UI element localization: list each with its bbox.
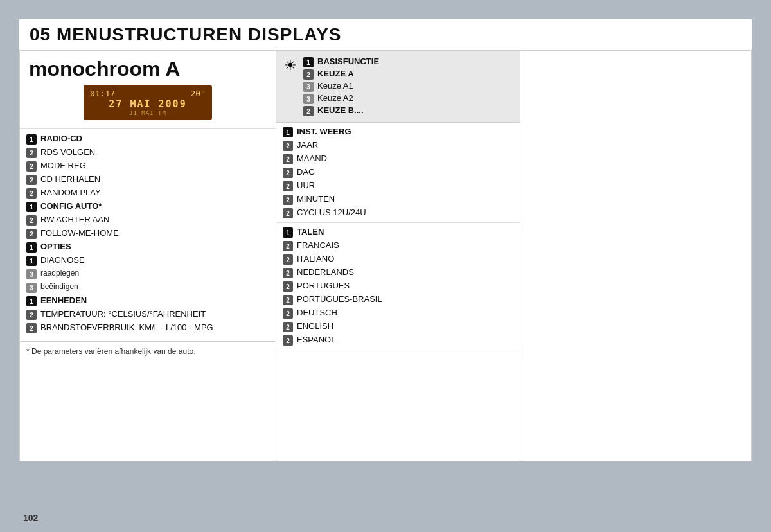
badge: 2 (283, 181, 293, 191)
page-title: 05 MENUSTRUCTUREN DISPLAYS (30, 24, 741, 45)
badge: 3 (26, 283, 37, 293)
footnote: * De parameters variëren afhankelijk van… (20, 341, 276, 361)
list-item: 2NEDERLANDS (276, 266, 520, 279)
list-item: 2RDS VOLGEN (20, 146, 276, 159)
menu-item-label: TALEN (297, 227, 324, 236)
badge: 2 (26, 175, 37, 185)
badge: 1 (26, 202, 37, 212)
menu-item-label: UUR (297, 181, 315, 190)
list-item: 2ESPANOL (276, 333, 520, 347)
list-item: 2RW ACHTER AAN (20, 213, 276, 227)
badge: 2 (303, 106, 314, 116)
display-top-row: 01:17 20° (90, 89, 206, 98)
middle-section2: 1TALEN2FRANCAIS2ITALIANO2NEDERLANDS2PORT… (276, 223, 520, 350)
menu-item-label: CYCLUS 12U/24U (297, 208, 366, 217)
menu-item-label: MAAND (297, 154, 327, 163)
list-item: 2JAAR (276, 139, 520, 152)
menu-item-label: ITALIANO (297, 254, 334, 263)
badge: 2 (283, 335, 293, 346)
middle-top: ☀ 1BASISFUNCTIE2KEUZE A3Keuze A13Keuze A… (276, 51, 520, 123)
middle-top-menu: 1BASISFUNCTIE2KEUZE A3Keuze A13Keuze A22… (303, 56, 379, 117)
menu-item-label: INST. WEERG (297, 127, 351, 136)
badge: 3 (26, 269, 37, 279)
badge: 2 (26, 229, 37, 239)
menu-item-label: beëindigen (40, 282, 78, 291)
badge: 2 (283, 208, 293, 218)
list-item: 2ENGLISH (276, 320, 520, 333)
badge: 2 (283, 254, 293, 265)
badge: 3 (303, 82, 314, 92)
badge: 2 (283, 281, 293, 292)
right-panel (520, 50, 752, 461)
menu-item-label: ESPANOL (297, 335, 335, 344)
list-item: 2CYCLUS 12U/24U (276, 206, 520, 220)
menu-item-label: CONFIG AUTO* (40, 201, 102, 211)
menu-item-label: EENHEDEN (40, 296, 87, 305)
menu-item-label: DAG (297, 167, 315, 177)
list-item: 2PORTUGUES (276, 279, 520, 293)
menu-item-label: raadplegen (40, 269, 79, 278)
menu-item-label: CD HERHALEN (40, 174, 100, 184)
list-item: 1DIAGNOSE (20, 254, 276, 267)
badge: 1 (26, 134, 37, 145)
list-item: 2MAAND (276, 152, 520, 166)
list-item: 3Keuze A2 (303, 93, 379, 105)
menu-item-label: PORTUGUES-BRASIL (297, 294, 382, 304)
badge: 2 (26, 215, 37, 226)
menu-item-label: RANDOM PLAY (40, 188, 101, 197)
menu-item-label: DEUTSCH (297, 308, 337, 317)
list-item: 1TALEN (276, 226, 520, 239)
menu-item-label: Keuze A1 (317, 81, 353, 91)
page-header: 05 MENUSTRUCTUREN DISPLAYS (19, 19, 752, 50)
badge: 3 (303, 94, 314, 104)
menu-item-label: RDS VOLGEN (40, 147, 95, 157)
badge: 1 (26, 242, 37, 253)
menu-item-label: JAAR (297, 140, 318, 150)
list-item: 2KEUZE B.... (303, 105, 379, 117)
list-item: 2DAG (276, 166, 520, 179)
badge: 2 (26, 323, 37, 333)
list-item: 2KEUZE A (303, 68, 379, 80)
menu-item-label: KEUZE B.... (317, 105, 364, 115)
list-item: 1BASISFUNCTIE (303, 56, 379, 68)
badge: 2 (283, 154, 293, 164)
menu-item-label: RW ACHTER AAN (40, 215, 109, 224)
list-item: 1CONFIG AUTO* (20, 200, 276, 213)
badge: 2 (283, 195, 293, 205)
badge: 2 (283, 141, 293, 151)
menu-item-label: BRANDSTOFVERBRUIK: KM/L - L/100 - MPG (40, 323, 213, 332)
menu-item-label: MODE REG (40, 161, 86, 170)
badge: 1 (26, 296, 37, 306)
badge: 2 (283, 241, 293, 251)
menu-item-label: MINUTEN (297, 194, 335, 204)
badge: 2 (26, 148, 37, 158)
list-item: 2MODE REG (20, 159, 276, 173)
badge: 1 (26, 256, 37, 266)
menu-item-label: ENGLISH (297, 321, 333, 331)
badge: 1 (283, 227, 293, 238)
menu-item-label: KEUZE A (317, 69, 354, 78)
list-item: 2DEUTSCH (276, 306, 520, 320)
badge: 2 (283, 168, 293, 178)
badge: 2 (283, 268, 293, 278)
menu-item-label: FOLLOW-ME-HOME (40, 228, 119, 238)
badge: 1 (283, 127, 293, 137)
list-item: 2RANDOM PLAY (20, 186, 276, 200)
menu-item-label: OPTIES (40, 242, 71, 251)
list-item: 1INST. WEERG (276, 125, 520, 139)
list-item: 2FOLLOW-ME-HOME (20, 227, 276, 240)
left-menu-list: 1RADIO-CD2RDS VOLGEN2MODE REG2CD HERHALE… (20, 129, 276, 339)
page-number: 102 (23, 513, 38, 523)
badge: 2 (26, 161, 37, 172)
display-date: 27 MAI 2009 (90, 98, 206, 110)
list-item: 3raadplegen (20, 267, 276, 281)
mono-header: monochroom A 01:17 20° 27 MAI 2009 J1 MA… (20, 51, 276, 129)
list-item: 2MINUTEN (276, 193, 520, 206)
left-panel: monochroom A 01:17 20° 27 MAI 2009 J1 MA… (19, 50, 276, 461)
menu-item-label: Keuze A2 (317, 93, 353, 103)
badge: 2 (283, 308, 293, 319)
badge: 2 (283, 295, 293, 305)
middle-section1: 1INST. WEERG2JAAR2MAAND2DAG2UUR2MINUTEN2… (276, 123, 520, 223)
list-item: 3Keuze A1 (303, 80, 379, 93)
menu-item-label: FRANCAIS (297, 240, 339, 250)
